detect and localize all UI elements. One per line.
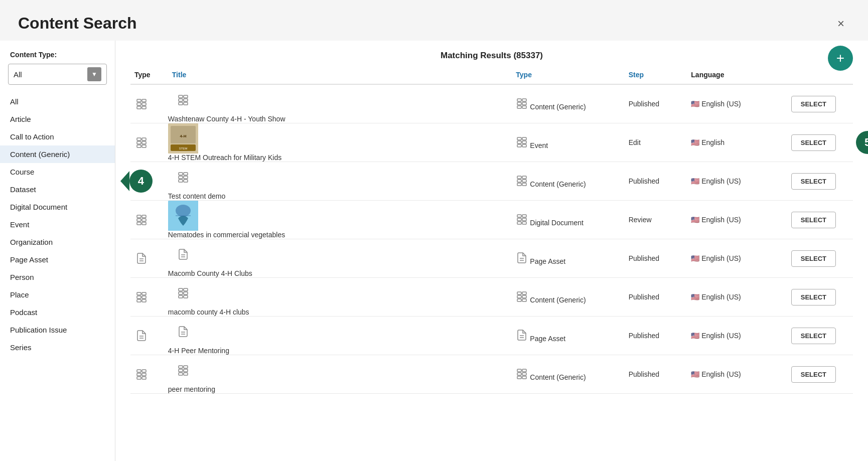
table-row: 4-H Peer Mentoring Page AssetPublished🇺🇸… [130,317,853,355]
sidebar-menu-item[interactable]: Page Asset [0,251,115,268]
col-type2[interactable]: Type [512,66,624,84]
svg-rect-81 [184,288,188,291]
cell-title: 4-H STEM 4-H STEM Outreach for Military … [168,123,512,162]
svg-rect-86 [517,292,521,294]
svg-rect-62 [517,215,521,217]
select-button[interactable]: SELECT [791,250,836,267]
svg-rect-100 [137,373,141,376]
col-step[interactable]: Step [625,66,687,84]
svg-rect-16 [517,106,521,108]
cell-language: 🇺🇸 English [687,123,787,162]
col-language: Language [687,66,787,84]
svg-rect-33 [517,144,521,147]
svg-rect-34 [522,144,526,147]
sidebar-menu-item[interactable]: Podcast [0,303,115,321]
sidebar-menu-item[interactable]: Content (Generic) [0,145,115,163]
svg-rect-15 [522,102,526,105]
sidebar-menu-item[interactable]: All [0,93,115,110]
svg-rect-83 [184,292,188,294]
svg-rect-107 [184,369,188,372]
cell-action: SELECT [787,162,853,201]
sidebar-menu-item[interactable]: Series [0,339,115,356]
svg-rect-44 [184,176,188,179]
table-row: Nematodes in commercial vegetables Digit… [130,201,853,239]
cell-language: 🇺🇸 English (US) [687,278,787,317]
select-button[interactable]: SELECT [791,134,836,151]
cell-type2: Content (Generic) [512,355,624,394]
svg-rect-67 [522,222,526,224]
cell-language: 🇺🇸 English (US) [687,317,787,355]
cell-type2: Page Asset [512,317,624,355]
sidebar-menu-item[interactable]: Place [0,286,115,303]
sidebar-menu-item[interactable]: Person [0,268,115,286]
cell-step: Published [625,239,687,278]
type2-text: Content (Generic) [530,373,586,381]
svg-rect-108 [179,373,183,375]
svg-rect-111 [522,369,526,372]
type-icon [176,170,190,184]
sidebar-menu-item[interactable]: Course [0,163,115,181]
svg-point-60 [176,205,191,217]
cell-title: macomb county 4-H clubs [168,278,512,317]
svg-rect-43 [179,176,183,179]
svg-rect-53 [137,215,141,218]
cell-type2: Event [512,123,624,162]
select-button[interactable]: SELECT [791,289,836,305]
svg-rect-9 [184,99,188,101]
svg-rect-105 [184,366,188,368]
cell-step: Published [625,278,687,317]
table-row: macomb county 4-H clubs Content (Generic… [130,278,853,317]
svg-rect-21 [142,141,146,144]
svg-rect-64 [517,218,521,221]
svg-rect-87 [522,292,526,294]
cell-type-icon [130,278,168,317]
cell-title: 4-H Peer Mentoring [168,317,512,355]
select-button[interactable]: SELECT [791,366,836,383]
sidebar-menu-item[interactable]: Dataset [0,181,115,198]
select-button[interactable]: SELECT [791,173,836,190]
thumb-placeholder [168,162,198,192]
cell-title: Macomb County 4-H Clubs [168,239,512,278]
select-button[interactable]: SELECT [791,328,836,344]
results-count: Matching Results (85337) [441,51,543,61]
sidebar-menu-item[interactable]: Publication Issue [0,321,115,339]
content-type-dropdown[interactable]: All ▼ [8,64,107,85]
thumb-placeholder [168,355,198,385]
cell-title: peer mentoring [168,355,512,394]
cell-step: Published [625,162,687,201]
dropdown-selected-value: All [14,70,87,79]
svg-rect-23 [142,145,146,147]
thumbnail [168,201,198,231]
type2-icon [516,219,528,227]
language-text: English (US) [701,100,741,108]
svg-rect-2 [137,103,141,105]
row-type-icon [134,97,149,111]
svg-rect-98 [137,370,141,372]
row-title: Nematodes in commercial vegetables [168,231,285,239]
add-button[interactable]: + [828,46,853,71]
select-button[interactable]: SELECT [791,212,836,228]
cell-action: SELECT 5 [787,123,853,162]
col-title[interactable]: Title [168,66,512,84]
svg-rect-110 [517,369,521,372]
svg-rect-102 [137,377,141,379]
sidebar-menu-item[interactable]: Call to Action [0,128,115,145]
modal-body: Content Type: All ▼ AllArticleCall to Ac… [0,41,868,461]
sidebar-menu-item[interactable]: Event [0,216,115,233]
svg-rect-42 [184,173,188,175]
table-body: Washtenaw County 4-H - Youth Show Conten… [130,84,853,394]
svg-rect-51 [517,183,521,186]
sidebar-menu-item[interactable]: Organization [0,233,115,251]
svg-rect-45 [179,180,183,182]
flag-icon: 🇺🇸 [691,332,699,340]
svg-rect-22 [137,145,141,147]
badge-4-container: 4 [120,170,153,193]
sidebar-menu-item[interactable]: Digital Document [0,198,115,216]
close-button[interactable]: × [832,15,850,33]
select-button[interactable]: SELECT [791,96,836,112]
flag-icon: 🇺🇸 [691,138,699,146]
sidebar-menu-item[interactable]: Article [0,110,115,128]
language-text: English (US) [701,254,741,262]
svg-rect-63 [522,215,526,217]
svg-rect-30 [522,137,526,140]
